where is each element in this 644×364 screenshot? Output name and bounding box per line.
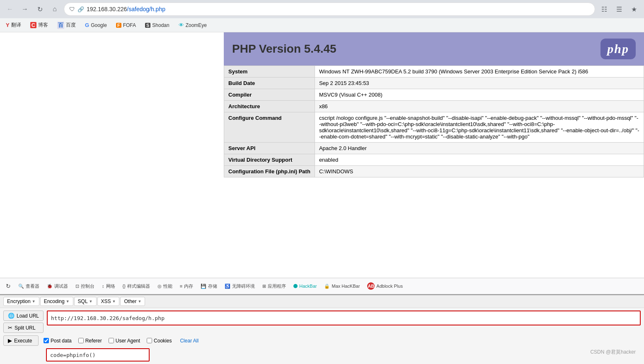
php-logo: php: [600, 39, 636, 59]
table-row: Build Date Sep 2 2015 23:45:53: [224, 78, 644, 89]
table-key: Compiler: [224, 89, 315, 101]
execute-button[interactable]: ▶ Execute: [3, 335, 39, 346]
shodan-label: Shodan: [152, 22, 169, 28]
url-input[interactable]: http://192.168.30.226/safedog/h.php: [47, 311, 641, 325]
cookies-checkbox-label[interactable]: Cookies: [147, 338, 172, 344]
table-key: Virtual Directory Support: [224, 154, 315, 166]
post-data-input[interactable]: [46, 348, 150, 362]
php-logo-text: php: [607, 42, 629, 56]
zoomeye-icon: 👁: [179, 22, 184, 28]
encryption-menu[interactable]: Encryption ▼: [3, 297, 39, 306]
tab-hackbar[interactable]: HackBar: [290, 282, 320, 290]
hackbar-label: HackBar: [299, 284, 317, 289]
table-key: Configuration File (php.ini) Path: [224, 166, 315, 177]
blog-icon: C: [30, 22, 36, 28]
tab-inspector[interactable]: 🔍 查看器: [15, 281, 43, 291]
table-value: C:\WINDOWS: [315, 166, 644, 177]
tab-accessibility[interactable]: ♿ 无障碍环境: [221, 281, 258, 291]
user-agent-label: User Agent: [116, 338, 140, 344]
debugger-icon: 🐞: [47, 284, 53, 289]
table-row: Server API Apache 2.0 Handler: [224, 143, 644, 154]
accessibility-label: 无障碍环境: [232, 283, 255, 289]
profile-button[interactable]: ☰: [613, 3, 625, 15]
post-data-checkbox-label[interactable]: Post data: [44, 338, 72, 344]
extensions-button[interactable]: ☷: [598, 3, 610, 15]
load-url-icon: 🌐: [8, 313, 15, 319]
bookmark-shodan[interactable]: S Shodan: [143, 22, 171, 29]
cookies-checkbox[interactable]: [147, 338, 152, 343]
encryption-label: Encryption: [7, 298, 31, 304]
hackbar-toolbar: Encryption ▼ Encoding ▼ SQL ▼ XSS ▼ Othe…: [0, 295, 644, 308]
table-row: Configuration File (php.ini) Path C:\WIN…: [224, 166, 644, 177]
tab-application[interactable]: ⊞ 应用程序: [259, 281, 289, 291]
max-hackbar-icon: 🔒: [324, 284, 330, 289]
tab-performance[interactable]: ◎ 性能: [154, 281, 176, 291]
tab-style-editor[interactable]: {} 样式编辑器: [119, 281, 153, 291]
encoding-label: Encoding: [44, 298, 65, 304]
storage-label: 存储: [208, 283, 217, 289]
home-button[interactable]: ⌂: [49, 3, 61, 15]
encoding-menu[interactable]: Encoding ▼: [40, 297, 73, 306]
user-agent-checkbox[interactable]: [109, 338, 114, 343]
tab-pointer[interactable]: ↻: [2, 281, 14, 291]
tab-console[interactable]: ⊡ 控制台: [72, 281, 98, 291]
php-info-table: System Windows NT ZWH-99ABC759DEA 5.2 bu…: [224, 66, 644, 177]
accessibility-icon: ♿: [225, 284, 230, 289]
address-icon: 🔗: [77, 6, 84, 12]
user-agent-checkbox-label[interactable]: User Agent: [109, 338, 140, 344]
other-label: Other: [124, 298, 136, 304]
back-button[interactable]: ←: [4, 3, 16, 15]
checkboxes-group: Post data Referer User Agent Cookie: [42, 337, 200, 345]
tab-max-hackbar[interactable]: 🔒 Max HacKBar: [321, 282, 363, 291]
table-row: Virtual Directory Support enabled: [224, 154, 644, 166]
bookmark-google[interactable]: G Google: [83, 21, 109, 29]
console-icon: ⊡: [75, 284, 79, 289]
tab-debugger[interactable]: 🐞 调试器: [44, 281, 71, 291]
php-header: PHP Version 5.4.45 php: [224, 32, 644, 66]
youdao-icon: Y: [6, 22, 10, 28]
url-row: 🌐 Load URL ✂ Split URL http://192.168.30…: [3, 311, 641, 333]
php-version: PHP Version 5.4.45: [232, 42, 337, 56]
table-value: Windows NT ZWH-99ABC759DEA 5.2 build 379…: [315, 66, 644, 78]
blog-label: 博客: [38, 22, 48, 29]
split-url-button[interactable]: ✂ Split URL: [3, 323, 44, 333]
storage-icon: 💾: [201, 284, 206, 289]
bookmark-fofa[interactable]: F FOFA: [114, 22, 138, 29]
tab-storage[interactable]: 💾 存储: [197, 281, 220, 291]
inspector-label: 查看器: [26, 283, 39, 289]
load-url-button[interactable]: 🌐 Load URL: [3, 311, 44, 321]
post-data-checkbox[interactable]: [44, 338, 49, 343]
bookmark-blog[interactable]: C 博客: [29, 21, 50, 29]
sql-label: SQL: [78, 298, 88, 304]
bookmark-button[interactable]: ★: [628, 3, 640, 15]
zoomeye-label: ZoomEye: [186, 22, 207, 28]
network-icon: ↕: [102, 284, 104, 289]
xss-menu[interactable]: XSS ▼: [97, 297, 120, 306]
xss-label: XSS: [101, 298, 111, 304]
cookies-label: Cookies: [154, 338, 172, 344]
referer-checkbox[interactable]: [78, 338, 84, 343]
table-row: Architecture x86: [224, 101, 644, 112]
tab-network[interactable]: ↕ 网络: [99, 281, 119, 291]
baidu-label: 百度: [66, 22, 76, 29]
performance-icon: ◎: [157, 284, 162, 289]
load-url-label: Load URL: [17, 313, 39, 319]
forward-button[interactable]: →: [19, 3, 31, 15]
referer-checkbox-label[interactable]: Referer: [78, 338, 102, 344]
sql-dropdown-icon: ▼: [89, 299, 93, 303]
sql-menu[interactable]: SQL ▼: [74, 297, 97, 306]
hackbar-dot-icon: [293, 284, 298, 288]
tab-memory[interactable]: ≡ 内存: [177, 281, 196, 291]
bookmark-youdao[interactable]: Y 翻译: [4, 21, 23, 29]
address-url[interactable]: 192.168.30.226/safedog/h.php: [87, 6, 165, 12]
other-menu[interactable]: Other ▼: [120, 297, 145, 306]
reload-button[interactable]: ↻: [34, 3, 46, 15]
bookmark-baidu[interactable]: 百 百度: [56, 21, 77, 30]
tab-adblock[interactable]: AB Adblock Plus: [364, 281, 406, 291]
clear-all-link[interactable]: Clear All: [180, 338, 199, 344]
fofa-label: FOFA: [123, 22, 136, 28]
post-data-label: Post data: [51, 338, 72, 344]
bookmark-zoomeye[interactable]: 👁 ZoomEye: [177, 21, 208, 29]
table-key: Configure Command: [224, 112, 315, 143]
inspector-icon: 🔍: [18, 284, 24, 289]
